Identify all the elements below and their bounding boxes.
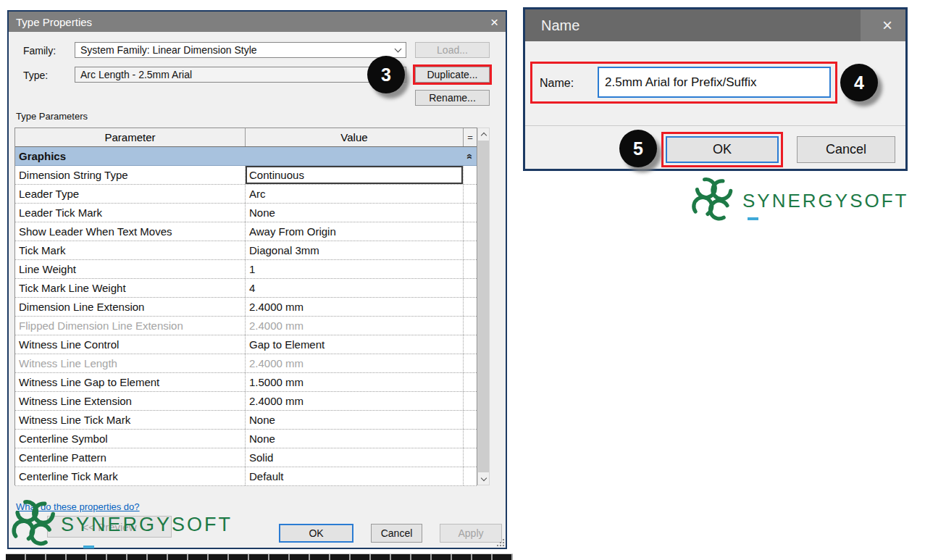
vertical-scrollbar[interactable] (477, 128, 490, 485)
value-cell[interactable]: Solid (246, 448, 464, 467)
table-row[interactable]: Witness Line Extension 2.4000 mm (15, 392, 477, 411)
param-cell: Line Weight (15, 260, 246, 278)
value-cell: 2.4000 mm (246, 354, 464, 372)
family-dropdown-value: System Family: Linear Dimension Style (80, 44, 257, 56)
scroll-up-icon[interactable] (478, 128, 489, 140)
family-dropdown[interactable]: System Family: Linear Dimension Style (75, 42, 406, 58)
value-column-header[interactable]: Value (246, 128, 464, 146)
group-header-row-graphics[interactable]: Graphics « (15, 147, 477, 166)
table-row[interactable]: Dimension String Type Continuous (15, 166, 477, 185)
param-cell: Centerline Tick Mark (15, 467, 246, 485)
eq-cell (464, 222, 477, 241)
value-cell[interactable]: 4 (246, 279, 464, 297)
rename-button[interactable]: Rename... (415, 90, 490, 106)
name-dialog: Name × Name: 4 5 OK Cancel (523, 7, 908, 171)
table-row[interactable]: Centerline Symbol None (15, 430, 477, 448)
synergysoft-logo-icon (685, 176, 742, 225)
synergysoft-logo-text: SYNERGYSOFT (61, 514, 233, 536)
table-row[interactable]: Leader Tick Mark None (15, 204, 477, 222)
value-cell[interactable]: Diagonal 3mm (246, 241, 464, 259)
type-properties-titlebar[interactable]: Type Properties × (9, 12, 506, 32)
synergysoft-logo-text: SYNERGYSOFT (742, 190, 908, 212)
table-row[interactable]: Witness Line Control Gap to Element (15, 335, 477, 354)
table-row[interactable]: Line Weight 1 (15, 260, 477, 279)
type-parameters-table: Parameter Value = Graphics « Dimension S… (14, 128, 490, 485)
value-cell[interactable]: 2.4000 mm (246, 392, 464, 410)
table-row[interactable]: Leader Type Arc (15, 185, 477, 204)
param-cell: Witness Line Extension (15, 392, 246, 410)
scrollbar-thumb[interactable] (478, 141, 489, 472)
step-badge-3: 3 (367, 56, 405, 93)
eq-cell (464, 411, 477, 429)
eq-cell (464, 335, 477, 354)
type-properties-dialog: Type Properties × Family: System Family:… (7, 10, 507, 549)
table-row[interactable]: Centerline Tick Mark Default (15, 467, 477, 486)
close-icon[interactable]: × (882, 9, 892, 41)
table-row[interactable]: Show Leader When Text Moves Away From Or… (15, 222, 477, 241)
value-cell: 2.4000 mm (246, 317, 464, 335)
name-input[interactable] (598, 67, 831, 98)
table-row: Flipped Dimension Line Extension 2.4000 … (15, 317, 477, 335)
value-cell[interactable]: 2.4000 mm (246, 298, 464, 316)
eq-cell (464, 317, 477, 335)
chevron-down-icon (395, 46, 402, 53)
load-button: Load... (415, 42, 490, 58)
eq-cell (464, 298, 477, 316)
parameter-column-header[interactable]: Parameter (15, 128, 246, 146)
param-cell: Witness Line Length (15, 354, 246, 372)
close-icon[interactable]: × (490, 15, 498, 29)
scroll-down-icon[interactable] (478, 473, 489, 485)
timeline-strip (6, 553, 513, 560)
param-cell: Centerline Symbol (15, 430, 246, 448)
footer-divider (525, 125, 905, 126)
eq-cell (464, 204, 477, 222)
value-cell[interactable]: None (246, 204, 464, 222)
ok-button[interactable]: OK (666, 136, 779, 163)
type-parameters-label: Type Parameters (16, 111, 88, 122)
table-row[interactable]: Tick Mark Line Weight 4 (15, 279, 477, 298)
eq-cell (464, 260, 477, 278)
table-row[interactable]: Dimension Line Extension 2.4000 mm (15, 298, 477, 317)
dialog-title: Type Properties (16, 16, 92, 28)
table-row[interactable]: Witness Line Tick Mark None (15, 411, 477, 430)
value-cell[interactable]: 1 (246, 260, 464, 278)
param-cell: Witness Line Tick Mark (15, 411, 246, 429)
value-cell[interactable]: None (246, 430, 464, 448)
collapse-group-icon[interactable]: « (464, 154, 476, 159)
eq-cell (464, 430, 477, 448)
table-row[interactable]: Witness Line Gap to Element 1.5000 mm (15, 373, 477, 392)
table-row[interactable]: Tick Mark Diagonal 3mm (15, 241, 477, 260)
value-cell[interactable]: None (246, 411, 464, 429)
value-cell[interactable]: 1.5000 mm (246, 373, 464, 391)
value-cell[interactable]: Default (246, 467, 464, 485)
param-cell: Leader Type (15, 185, 246, 203)
eq-cell (464, 448, 477, 467)
resize-grip[interactable] (497, 539, 504, 546)
synergysoft-logo: SYNERGYSOFT (685, 176, 908, 225)
param-cell: Leader Tick Mark (15, 204, 246, 222)
synergysoft-logo-icon (9, 498, 61, 551)
duplicate-button[interactable]: Duplicate... (415, 67, 490, 83)
name-dialog-titlebar[interactable]: Name × (525, 9, 905, 41)
table-header-row: Parameter Value = (15, 128, 477, 147)
value-cell[interactable]: Arc (246, 185, 464, 203)
param-cell: Dimension String Type (15, 166, 246, 184)
param-cell: Show Leader When Text Moves (15, 222, 246, 241)
param-cell: Witness Line Gap to Element (15, 373, 246, 391)
type-dropdown-value: Arc Length - 2.5mm Arial (80, 69, 192, 80)
type-label: Type: (23, 70, 48, 81)
type-dropdown[interactable]: Arc Length - 2.5mm Arial (75, 67, 406, 83)
apply-button: Apply (440, 524, 502, 543)
table-row[interactable]: Centerline Pattern Solid (15, 448, 477, 467)
value-cell[interactable]: Gap to Element (246, 335, 464, 354)
cancel-button[interactable]: Cancel (797, 136, 895, 163)
cancel-button[interactable]: Cancel (371, 524, 422, 543)
eq-cell (464, 241, 477, 259)
param-cell: Centerline Pattern (15, 448, 246, 467)
value-cell[interactable]: Away From Origin (246, 222, 464, 241)
ok-button[interactable]: OK (279, 524, 353, 543)
eq-cell (464, 279, 477, 297)
step-badge-4: 4 (840, 64, 878, 101)
value-cell[interactable]: Continuous (246, 166, 464, 184)
eq-cell (464, 185, 477, 203)
